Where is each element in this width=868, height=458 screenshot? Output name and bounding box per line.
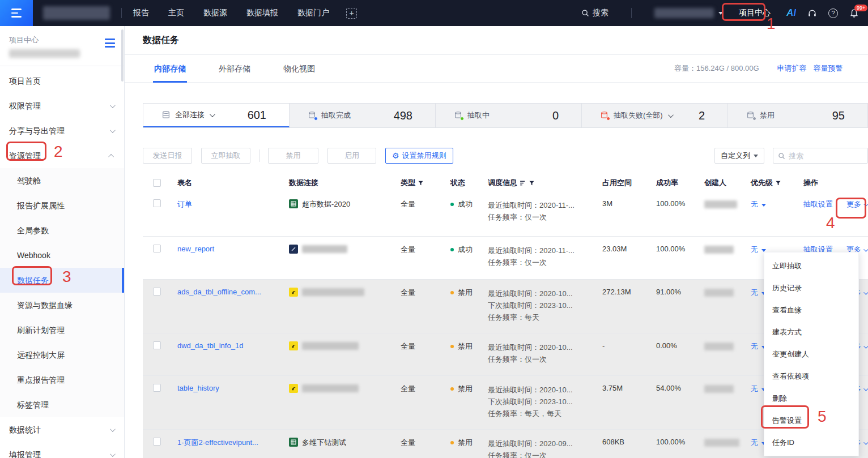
filter-extract-failed[interactable]: 抽取失败(全部) 2 <box>582 104 728 127</box>
ai-assistant-button[interactable]: AI <box>786 7 796 19</box>
row-checkbox[interactable] <box>153 245 161 252</box>
table-search-input[interactable] <box>789 152 851 160</box>
send-daily-report-button[interactable]: 发送日报 <box>143 148 192 164</box>
user-menu[interactable] <box>654 8 723 18</box>
col-space-used[interactable]: 占用空间 <box>602 178 656 188</box>
sidebar-item-key-report-mgmt[interactable]: 重点报告管理 <box>0 367 124 392</box>
sidebar-item-tag-mgmt[interactable]: 标签管理 <box>0 392 124 417</box>
extract-settings-link[interactable]: 抽取设置 <box>803 199 833 209</box>
notifications-bell[interactable]: 99+ <box>849 8 859 18</box>
sidebar-item-global-params[interactable]: 全局参数 <box>0 218 124 243</box>
nav-item-data-entry[interactable]: 数据填报 <box>246 8 278 18</box>
priority-dropdown[interactable]: 无 <box>751 199 766 209</box>
menu-item-task-id[interactable]: 任务ID <box>764 431 858 453</box>
space-used: - <box>602 333 656 375</box>
enable-button[interactable]: 启用 <box>327 148 376 164</box>
col-creator[interactable]: 创建人 <box>704 178 751 188</box>
sidebar-item-share-export-mgmt[interactable]: 分享与导出管理 <box>0 118 124 143</box>
extract-now-button[interactable]: 立即抽取 <box>201 148 250 164</box>
col-status[interactable]: 状态 <box>450 178 488 188</box>
menu-item-change-creator[interactable]: 变更创建人 <box>764 343 858 365</box>
table-name-link[interactable]: dwd_da_tbl_info_1d <box>177 341 243 350</box>
status-cell: 成功 <box>450 191 488 236</box>
row-checkbox[interactable] <box>153 199 161 207</box>
divider <box>121 8 122 18</box>
sidebar-item-cockpit[interactable]: 驾驶舱 <box>0 168 124 193</box>
task-type: 全量 <box>401 376 450 429</box>
menu-item-view-lineage[interactable]: 查看血缘 <box>764 299 858 321</box>
sidebar-item-remote-screen[interactable]: 远程控制大屏 <box>0 343 124 367</box>
filter-extract-done[interactable]: 抽取完成 498 <box>290 104 436 127</box>
table-name-link[interactable]: new_report <box>177 245 214 253</box>
table-search-box[interactable] <box>773 148 868 164</box>
sidebar-scrollbar[interactable] <box>121 29 124 82</box>
menu-item-delete[interactable]: 删除 <box>764 387 858 409</box>
nav-item-home[interactable]: 主页 <box>168 8 184 18</box>
sidebar-item-resource-mgmt[interactable]: 资源管理 <box>0 143 124 168</box>
row-checkbox[interactable] <box>153 438 161 446</box>
filter-disabled[interactable]: 禁用 95 <box>728 104 867 127</box>
status-cell: 禁用 <box>450 280 488 333</box>
global-search[interactable]: 搜索 <box>581 8 609 18</box>
help-icon[interactable]: ? <box>828 8 838 18</box>
nav-item-datasource[interactable]: 数据源 <box>203 8 227 18</box>
nav-item-report[interactable]: 报告 <box>133 8 149 18</box>
menu-item-view-dependencies[interactable]: 查看依赖项 <box>764 365 858 387</box>
chevron-down-icon <box>863 344 868 348</box>
menu-item-table-creation-mode[interactable]: 建表方式 <box>764 321 858 343</box>
sidebar-item-data-statistics[interactable]: 数据统计 <box>0 417 124 442</box>
table-name-link[interactable]: 1-页面2-effectivevipunt... <box>177 438 258 448</box>
request-expansion-link[interactable]: 申请扩容 <box>777 63 807 74</box>
sidebar-item-webhook[interactable]: Webhook <box>0 243 124 268</box>
disable-button[interactable]: 禁用 <box>268 148 318 164</box>
capacity-usage: 容量：156.24G / 800.00G <box>674 63 759 74</box>
sidebar-item-entry-mgmt[interactable]: 填报管理 <box>0 442 124 458</box>
filter-extracting[interactable]: 抽取中 0 <box>436 104 582 127</box>
tab-external-storage[interactable]: 外部存储 <box>219 55 250 83</box>
row-checkbox[interactable] <box>153 288 161 296</box>
tab-materialized-view[interactable]: 物化视图 <box>283 55 315 83</box>
disabled-icon <box>746 111 755 120</box>
col-data-connection[interactable]: 数据连接 <box>289 178 401 188</box>
filter-all-connections[interactable]: 全部连接 601 <box>143 104 290 127</box>
table-name-link[interactable]: table_history <box>177 384 219 392</box>
col-priority[interactable]: 优先级 <box>751 178 803 188</box>
sidebar-collapse-icon[interactable] <box>105 38 115 58</box>
sidebar-item-resource-lineage[interactable]: 资源与数据血缘 <box>0 293 124 318</box>
table-name-link[interactable]: ads_da_tbl_offline_com... <box>177 288 261 296</box>
divider <box>0 66 124 66</box>
col-schedule-info[interactable]: 调度信息 <box>488 178 602 188</box>
project-center-link[interactable]: 项目中心 <box>734 6 775 20</box>
chevron-down-icon <box>668 112 674 118</box>
menu-item-history[interactable]: 历史记录 <box>764 277 858 299</box>
custom-columns-button[interactable]: 自定义列 <box>714 148 764 164</box>
sidebar-item-permission-mgmt[interactable]: 权限管理 <box>0 93 124 118</box>
row-checkbox[interactable] <box>153 384 161 392</box>
menu-item-extract-now[interactable]: 立即抽取 <box>764 255 858 277</box>
sidebar-item-refresh-plan[interactable]: 刷新计划管理 <box>0 318 124 343</box>
more-dropdown[interactable]: 更多 <box>846 199 867 209</box>
table-name-link[interactable]: 订单 <box>177 199 192 209</box>
task-type: 全量 <box>401 191 450 236</box>
main-menu-toggle-icon[interactable] <box>0 0 33 26</box>
status-dot <box>450 387 454 391</box>
sidebar-item-report-ext-attr[interactable]: 报告扩展属性 <box>0 193 124 218</box>
sidebar-item-data-tasks[interactable]: 数据任务 <box>0 268 124 293</box>
capacity-warning-link[interactable]: 容量预警 <box>814 63 843 74</box>
col-success-rate[interactable]: 成功率 <box>656 178 704 188</box>
col-table-name[interactable]: 表名 <box>170 178 289 188</box>
creator-redacted <box>704 191 751 236</box>
sidebar-item-project-home[interactable]: 项目首页 <box>0 69 124 93</box>
tab-internal-storage[interactable]: 内部存储 <box>154 55 186 83</box>
set-disable-rules-button[interactable]: ⚙ 设置禁用规则 <box>385 148 453 164</box>
row-checkbox[interactable] <box>153 341 161 349</box>
space-used: 3M <box>602 191 656 236</box>
col-type[interactable]: 类型 <box>401 178 450 188</box>
menu-item-alert-settings[interactable]: 告警设置 <box>764 409 858 431</box>
add-tab-icon[interactable]: + <box>346 8 357 19</box>
support-headset-icon[interactable] <box>807 8 817 18</box>
nav-item-data-portal[interactable]: 数据门户 <box>297 8 329 18</box>
select-all-checkbox[interactable] <box>153 179 161 187</box>
success-rate: 91.00% <box>656 280 704 333</box>
hive-datasource-icon <box>289 341 298 350</box>
